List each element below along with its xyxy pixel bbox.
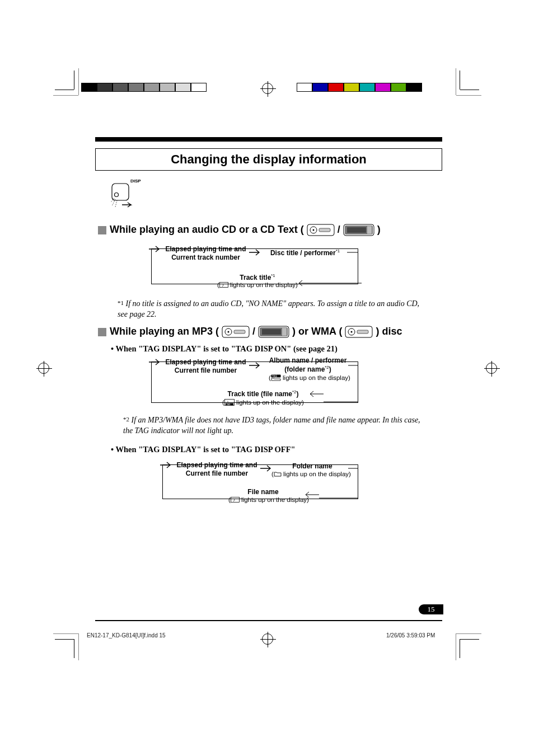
arrow-icon (160, 461, 174, 469)
crop-mark (78, 68, 79, 95)
flow-node: Elapsed playing time andCurrent file num… (162, 358, 249, 375)
text: lights up on the display) (281, 374, 350, 381)
sub-bullet: • When "TAG DISPLAY" is set to "TAG DISP… (111, 445, 296, 454)
svg-rect-23 (282, 328, 287, 336)
arrow-icon (149, 358, 162, 366)
page-title: Changing the display information (171, 152, 367, 166)
crop-mark (74, 71, 74, 90)
flow-node: Folder name (284, 462, 340, 471)
footnote: *1 If no title is assigned to an audio C… (118, 299, 431, 320)
text: Folder name (292, 462, 332, 470)
line (348, 361, 358, 369)
text: Current file number (186, 469, 248, 477)
arrow-icon (149, 245, 162, 253)
page: Changing the display information DISP Wh… (0, 0, 534, 756)
footnote: *2 If an MP3/WMA file does not have ID3 … (123, 415, 428, 436)
section-title-box: Changing the display information (95, 148, 442, 171)
text: Current file number (175, 367, 237, 374)
sup: *1 (336, 248, 340, 253)
cd-disc-icon (345, 326, 373, 338)
svg-rect-19 (234, 330, 245, 334)
crop-mark (460, 71, 460, 90)
text: lights up on the display) (235, 399, 304, 406)
svg-rect-14 (219, 283, 228, 288)
text: Current track number (171, 253, 240, 261)
heading-suffix: ) disc (376, 326, 402, 337)
svg-rect-11 (347, 227, 366, 233)
note-indicator-icon: ♪ (231, 497, 240, 503)
sub-bullet: • When "TAG DISPLAY" is set to "TAG DISP… (111, 344, 338, 354)
text: Track title (240, 274, 271, 281)
color-bar (81, 83, 207, 92)
heading-mid: ) or WMA ( (292, 326, 342, 337)
registration-mark-icon (38, 363, 49, 374)
sep: / (252, 326, 258, 337)
svg-rect-27 (357, 330, 368, 334)
flow-diagram-mp3-on: Elapsed playing time andCurrent file num… (151, 355, 364, 411)
disp-label: DISP (130, 179, 141, 184)
text: lights up on the display) (240, 496, 309, 503)
text: lights up on the display) (228, 281, 298, 288)
heading-text: While playing an audio CD or a CD Text (… (110, 224, 381, 236)
crop-mark (460, 90, 479, 90)
registration-mark-icon (486, 363, 497, 374)
page-number: 15 (419, 604, 443, 614)
cd-text-disc-icon (258, 326, 289, 338)
svg-text:♪: ♪ (222, 283, 224, 288)
folder-indicator-icon (274, 471, 282, 477)
cd-disc-icon (222, 326, 250, 338)
crop-mark (78, 633, 79, 660)
svg-text:TAG: TAG (272, 375, 277, 378)
svg-text:♪: ♪ (233, 497, 235, 503)
svg-rect-12 (367, 226, 372, 234)
footer-timestamp: 1/26/05 3:59:03 PM (386, 632, 435, 638)
flow-note: (TAG lights up on the display) (269, 374, 358, 382)
svg-point-18 (228, 331, 229, 333)
tag-folder-indicator-icon: TAG (271, 374, 281, 381)
crop-mark (460, 639, 460, 658)
footnote-text: If no title is assigned to an audio CD, … (118, 299, 419, 318)
crop-mark (55, 639, 74, 640)
text: Elapsed playing time and (165, 245, 246, 253)
svg-point-26 (351, 331, 353, 333)
cd-disc-icon (307, 224, 335, 236)
arrow-line (319, 495, 361, 501)
arrow-icon (296, 280, 362, 287)
flow-node: File name (235, 488, 291, 496)
flow-note: (♪TAG lights up on the display) (207, 398, 319, 406)
line (348, 464, 358, 472)
line (347, 248, 358, 256)
arrow-icon (302, 491, 319, 498)
svg-point-1 (115, 193, 119, 197)
footer-filename: EN12-17_KD-G814[UI]f.indd 15 (87, 632, 166, 638)
sep: / (338, 224, 343, 235)
square-bullet-icon (98, 226, 106, 234)
note-indicator-icon: ♪ (219, 282, 228, 288)
heading-suffix: ) (377, 224, 381, 235)
flow-node: Album name / performer (folder name*2) (263, 356, 353, 374)
footnote-mark: *2 (123, 416, 129, 422)
color-bar (297, 83, 422, 92)
disp-button-illustration: DISP (111, 178, 142, 205)
svg-rect-22 (262, 329, 281, 335)
crop-mark (53, 633, 78, 634)
arrow-icon (249, 361, 263, 369)
divider (95, 137, 442, 142)
flow-node: Elapsed playing time andCurrent track nu… (162, 245, 249, 262)
crop-mark (55, 90, 74, 90)
arrow-line (324, 398, 363, 405)
text: Elapsed playing time and (165, 358, 246, 366)
crop-mark (456, 95, 481, 96)
svg-line-4 (115, 200, 117, 207)
svg-point-7 (312, 229, 314, 231)
flow-note: ( lights up on the display) (271, 470, 361, 478)
footnote-text: If an MP3/WMA file does not have ID3 tag… (123, 416, 420, 435)
crop-mark (460, 639, 479, 640)
crop-mark (456, 633, 456, 660)
sup: *2 (325, 365, 329, 370)
text: Track title (file name (228, 390, 292, 398)
svg-rect-8 (319, 228, 330, 232)
crop-mark (74, 639, 74, 658)
heading-prefix: While playing an audio CD or a CD Text ( (110, 224, 304, 235)
flow-node: Track title (file name*2) (213, 389, 313, 398)
